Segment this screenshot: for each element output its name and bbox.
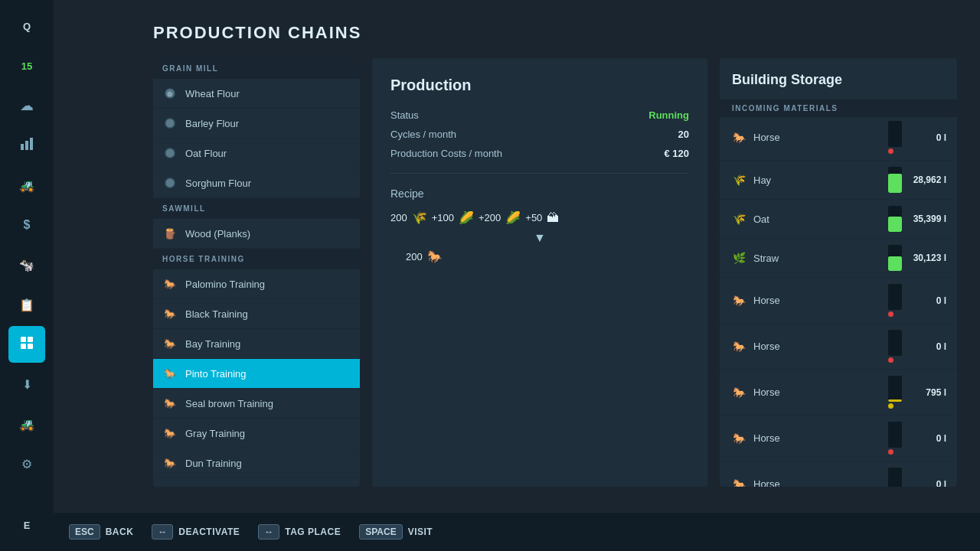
svg-text:⚙: ⚙ [167,91,172,98]
oat-flour-label: Oat Flour [185,148,227,159]
sidebar-item-notes[interactable]: 📋 [8,286,45,323]
page-title: PRODUCTION CHAINS [153,23,957,43]
horse-icon-2: 🐎 [730,292,747,309]
section-sawmill: SAWMILL [153,198,360,219]
sidebar-item-download[interactable]: ⬇ [8,366,45,403]
status-label: Status [390,109,419,121]
deactivate-key: ↔ [152,524,173,540]
space-key: SPACE [359,524,402,540]
black-horse-icon: 🐎 [162,306,178,321]
sidebar-item-tractor[interactable]: 🚜 [8,167,45,204]
sidebar-item-production[interactable] [8,326,45,363]
horse-name-1: Horse [753,132,882,143]
sidebar-item-money[interactable]: $ [8,207,45,243]
list-item-palomino[interactable]: 🐎 Palomino Training [153,269,360,299]
list-item-oat-flour[interactable]: Oat Flour [153,139,360,168]
list-item-pinto[interactable]: 🐎 Pinto Training [153,359,360,389]
section-horse-training: HORSE TRAINING [153,249,360,269]
svg-rect-6 [28,344,33,349]
hay-name: Hay [753,174,882,186]
corn-recipe-icon-2: 🌽 [505,210,521,225]
trained-horse-output-icon: 🐎 [427,249,443,264]
svg-point-11 [165,178,175,187]
list-item-black[interactable]: 🐎 Black Training [153,299,360,329]
seal-brown-icon: 🐎 [162,396,178,411]
horse-amount-5: 0 l [908,479,946,487]
recipe-output: 200 🐎 [390,249,689,264]
visit-button[interactable]: SPACE VISIT [359,524,433,540]
list-item-gray[interactable]: 🐎 Gray Training [153,419,360,448]
list-item-wheat-flour[interactable]: ⚙ Wheat Flour [153,79,360,109]
production-title: Production [390,77,689,94]
storage-item-oat: 🌾 Oat 35,399 l [720,200,957,239]
oat-amount: 35,399 l [908,214,946,224]
list-item-seal-brown[interactable]: 🐎 Seal brown Training [153,389,360,419]
recipe-amount-1: 200 [390,212,407,223]
hay-icon: 🌾 [730,171,747,188]
tag-label: TAG PLACE [285,527,341,537]
horse-name-5: Horse [753,478,882,487]
svg-point-10 [165,148,175,158]
horse-amount-1: 0 l [908,132,946,143]
sidebar-item-animals[interactable]: 🐄 [8,246,45,283]
pinto-horse-icon: 🐎 [162,366,178,381]
wheat-flour-icon: ⚙ [162,86,178,101]
q-icon: Q [23,21,31,32]
sorghum-flour-label: Sorghum Flour [185,178,251,189]
horse-name-795: Horse [753,386,882,398]
storage-item-horse-5: 🐎 Horse 0 l [720,461,957,487]
storage-item-hay: 🌾 Hay 28,962 l [720,161,957,200]
tag-place-button[interactable]: ↔ TAG PLACE [258,524,341,540]
sidebar-item-farming[interactable]: 🚜 [8,406,45,442]
section-grain-mill: GRAIN MILL [153,58,360,79]
horse-icon-3: 🐎 [730,338,747,355]
storage-item-horse-4: 🐎 Horse 0 l [720,416,957,461]
chevron-down-icon: ▼ [534,231,546,245]
mountain-recipe-icon: 🏔 [547,211,559,225]
straw-name: Straw [753,253,882,264]
oat-bar [888,206,902,232]
sidebar-item-weather[interactable]: ☁ [8,87,45,124]
wood-planks-label: Wood (Planks) [185,228,250,240]
sidebar-item-stats[interactable] [8,127,45,164]
sidebar-item-e[interactable]: E [8,507,45,543]
horse-bar-3 [888,330,902,363]
hay-amount: 28,962 l [908,174,946,185]
cycles-value: 20 [678,129,689,140]
horse-amount-2: 0 l [908,295,946,306]
bay-horse-icon: 🐎 [162,336,178,351]
horse-icon-5: 🐎 [730,476,747,487]
list-item-wood-planks[interactable]: 🪵 Wood (Planks) [153,219,360,249]
horse-bar-795 [888,376,902,409]
list-item-chestnut[interactable]: 🐎 Chestnut Training [153,478,360,487]
recipe-plus-2: +200 [479,212,501,223]
deactivate-button[interactable]: ↔ DEACTIVATE [152,524,240,540]
back-button[interactable]: ESC BACK [69,524,133,540]
dollar-icon: $ [24,218,31,232]
sidebar-item-15[interactable]: 15 [8,47,45,84]
list-panel: GRAIN MILL ⚙ Wheat Flour Barley Flour Oa… [153,58,360,487]
notepad-icon: 📋 [19,298,34,312]
wood-icon: 🪵 [162,226,178,241]
farm-icon: 🚜 [19,417,34,432]
list-item-bay[interactable]: 🐎 Bay Training [153,329,360,359]
gray-label: Gray Training [185,428,245,439]
cloud-icon: ☁ [20,97,34,114]
sorghum-flour-icon [162,175,178,191]
deactivate-label: DEACTIVATE [178,527,240,537]
list-item-barley-flour[interactable]: Barley Flour [153,109,360,139]
chart-icon [19,136,34,155]
active-dot [347,371,352,377]
cycles-row: Cycles / month 20 [390,129,689,140]
pinto-label: Pinto Training [185,368,247,380]
sidebar-item-q[interactable]: Q [8,8,45,44]
divider [390,173,689,174]
list-item-sorghum-flour[interactable]: Sorghum Flour [153,168,360,198]
horse-bar-2 [888,284,902,317]
status-value: Running [648,109,689,121]
sidebar-item-settings[interactable]: ⚙ [8,445,45,482]
horse-amount-4: 0 l [908,433,946,444]
horse-icon-1: 🐎 [730,129,747,146]
list-item-dun[interactable]: 🐎 Dun Training [153,448,360,478]
horse-bar-4 [888,422,902,455]
